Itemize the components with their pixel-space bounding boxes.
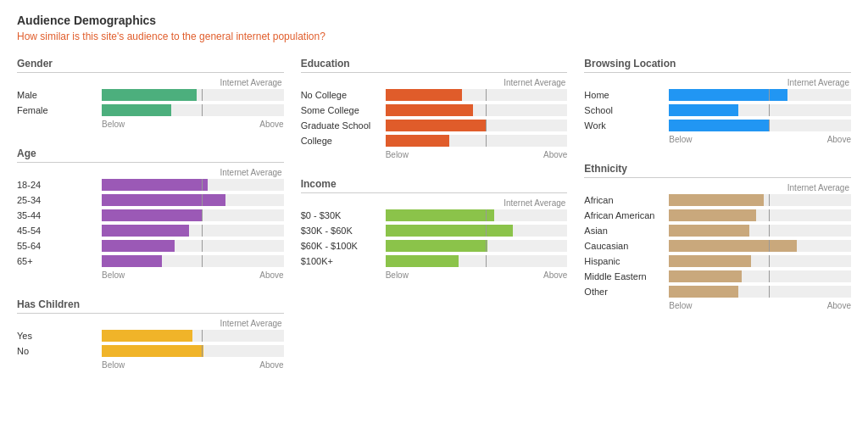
axis-above: Above — [259, 360, 283, 370]
browsing-location-title: Browsing Location — [584, 58, 851, 73]
avg-line — [769, 194, 770, 206]
bar-container — [386, 240, 568, 252]
bar-label: Hispanic — [584, 256, 669, 266]
education-title: Education — [301, 58, 568, 73]
bar-label: No College — [301, 90, 386, 100]
bar-fill — [102, 345, 203, 357]
bar-fill — [102, 209, 202, 221]
bar-container — [669, 209, 851, 221]
bar-container — [386, 135, 568, 147]
bar-fill — [669, 194, 764, 206]
bar-fill — [102, 179, 208, 191]
bar-container — [102, 179, 284, 191]
gender-avg-label: Internet Average — [17, 78, 284, 87]
bar-container — [669, 270, 851, 282]
bar-label: Asian — [584, 226, 669, 236]
bar-label: African — [584, 195, 669, 205]
axis-above: Above — [543, 150, 567, 159]
bar-label: 65+ — [17, 256, 102, 266]
bar-label: African American — [584, 210, 669, 220]
bar-label: Home — [584, 90, 669, 100]
bar-label: Graduate School — [301, 120, 386, 131]
bar-fill — [669, 240, 796, 252]
bar-fill — [102, 194, 225, 206]
bar-fill — [102, 330, 192, 342]
ethnicity-axis: Below Above — [584, 301, 851, 310]
bar-row: 25-34 — [17, 194, 284, 206]
bar-fill — [386, 255, 459, 267]
bar-container — [386, 89, 568, 101]
bar-row: African — [584, 194, 851, 206]
column-1: Gender Internet Average Male Female Belo… — [17, 58, 284, 388]
bar-label: Male — [17, 90, 102, 100]
bar-label: $0 - $30K — [301, 210, 386, 220]
avg-line — [769, 270, 770, 282]
avg-line — [486, 89, 487, 101]
avg-line — [769, 240, 770, 252]
bar-label: School — [584, 105, 669, 115]
bar-container — [386, 104, 568, 116]
avg-line — [769, 89, 770, 101]
education-avg-label: Internet Average — [301, 78, 568, 87]
axis-above: Above — [259, 120, 283, 129]
bar-label: $60K - $100K — [301, 241, 386, 251]
bar-row: $30K - $60K — [301, 225, 568, 237]
bar-fill — [386, 104, 473, 116]
bar-row: Male — [17, 89, 284, 101]
bar-row: School — [584, 104, 851, 116]
bar-label: College — [301, 136, 386, 146]
bar-label: Other — [584, 287, 669, 297]
bar-fill — [669, 209, 756, 221]
has-children-title: Has Children — [17, 298, 284, 314]
bar-fill — [386, 120, 486, 131]
avg-line — [202, 209, 203, 221]
bar-container — [669, 240, 851, 252]
bar-row: Graduate School — [301, 120, 568, 131]
bar-row: 45-54 — [17, 225, 284, 237]
bar-label: $100K+ — [301, 256, 386, 266]
avg-line — [202, 225, 203, 237]
avg-line — [202, 179, 203, 191]
bar-row: Home — [584, 89, 851, 101]
bar-label: Some College — [301, 105, 386, 115]
bar-fill — [102, 255, 162, 267]
avg-line — [486, 225, 487, 237]
avg-line — [486, 120, 487, 131]
bar-row: Female — [17, 104, 284, 116]
bar-fill — [386, 135, 449, 147]
bar-container — [386, 225, 568, 237]
bar-row: Some College — [301, 104, 568, 116]
bar-container — [669, 225, 851, 237]
income-axis: Below Above — [301, 270, 568, 280]
bar-fill — [669, 225, 748, 237]
bar-row: 55-64 — [17, 240, 284, 252]
bar-label: 45-54 — [17, 226, 102, 236]
age-avg-label: Internet Average — [17, 168, 284, 177]
age-axis: Below Above — [17, 270, 284, 280]
bar-fill — [669, 104, 738, 116]
axis-above: Above — [543, 270, 567, 280]
bar-container — [386, 209, 568, 221]
column-3: Browsing Location Internet Average Home … — [584, 58, 851, 388]
section-education: Education Internet Average No College So… — [301, 58, 568, 159]
bar-label: Yes — [17, 331, 102, 341]
gender-title: Gender — [17, 58, 284, 73]
bar-label: Caucasian — [584, 241, 669, 251]
avg-line — [769, 120, 770, 131]
bar-row: 65+ — [17, 255, 284, 267]
bar-label: 55-64 — [17, 241, 102, 251]
bar-container — [669, 89, 851, 101]
section-income: Income Internet Average $0 - $30K $30K -… — [301, 178, 568, 280]
bar-label: No — [17, 346, 102, 356]
bar-row: $0 - $30K — [301, 209, 568, 221]
bar-fill — [102, 240, 175, 252]
avg-line — [202, 104, 203, 116]
avg-line — [202, 330, 203, 342]
avg-line — [202, 194, 203, 206]
dashboard: Gender Internet Average Male Female Belo… — [17, 58, 851, 388]
axis-below: Below — [102, 360, 125, 370]
axis-below: Below — [102, 120, 125, 129]
avg-line — [202, 240, 203, 252]
bar-container — [102, 209, 284, 221]
bar-row: $60K - $100K — [301, 240, 568, 252]
